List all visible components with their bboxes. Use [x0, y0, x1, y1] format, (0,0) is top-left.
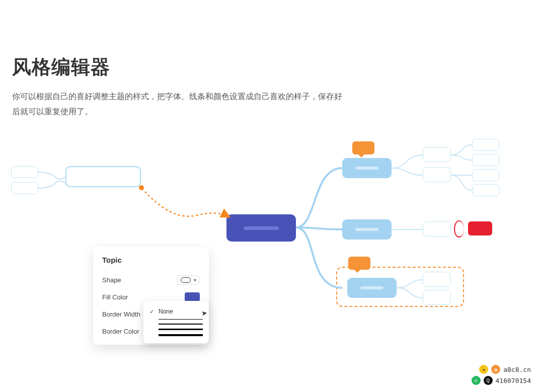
node-branch[interactable]	[342, 158, 392, 178]
callout-icon[interactable]	[352, 141, 374, 154]
page-title: 风格编辑器	[12, 54, 344, 80]
page-description: 你可以根据自己的喜好调整主题的样式，把字体、线条和颜色设置成自己喜欢的样子，保存…	[12, 89, 344, 120]
node-leaf[interactable]	[472, 139, 499, 151]
chevron-down-icon: ▾	[194, 277, 196, 283]
node-leaf[interactable]	[11, 166, 38, 178]
border-width-label: Border Width	[102, 310, 140, 318]
node-leaf[interactable]	[472, 184, 499, 196]
shape-preview-icon	[181, 277, 191, 283]
diagram-canvas[interactable]	[0, 136, 539, 347]
node-leaf[interactable]	[423, 272, 451, 287]
node-leaf[interactable]	[423, 221, 451, 237]
footer-icon: ✿	[491, 365, 500, 374]
border-color-label: Border Color	[102, 328, 139, 335]
footer: ✦ ✿ a8c8.cn ✆ Q 416070154	[472, 365, 531, 385]
node-leaf[interactable]	[11, 182, 38, 194]
node-branch[interactable]	[347, 278, 397, 298]
qq-icon: Q	[484, 376, 493, 385]
node-selected[interactable]	[65, 166, 141, 187]
dropdown-option-none[interactable]: ✓ None	[143, 306, 209, 317]
node-central[interactable]	[226, 214, 296, 242]
node-leaf[interactable]	[423, 167, 451, 182]
callout-icon[interactable]	[348, 257, 370, 270]
fill-color-swatch[interactable]	[185, 292, 200, 301]
node-branch[interactable]	[342, 219, 392, 240]
node-summary[interactable]	[468, 221, 492, 236]
summary-bracket[interactable]	[454, 220, 464, 238]
selection-handle[interactable]	[139, 185, 144, 190]
footer-id: 416070154	[496, 377, 531, 384]
dropdown-option-line[interactable]	[143, 322, 209, 327]
node-leaf[interactable]	[423, 290, 451, 305]
panel-title: Topic	[102, 256, 200, 264]
check-icon: ✓	[149, 308, 155, 315]
node-leaf[interactable]	[472, 154, 499, 166]
border-width-dropdown: ✓ None	[143, 301, 209, 343]
wechat-icon: ✆	[472, 376, 481, 385]
node-leaf[interactable]	[423, 147, 451, 162]
footer-url: a8c8.cn	[503, 366, 531, 373]
shape-label: Shape	[102, 276, 121, 284]
footer-icon: ✦	[479, 365, 488, 374]
dropdown-option-line[interactable]	[143, 332, 209, 338]
dropdown-option-line[interactable]	[143, 317, 209, 322]
node-leaf[interactable]	[472, 169, 499, 181]
shape-select[interactable]: ▾	[177, 275, 200, 285]
cursor-icon: ➤	[201, 308, 208, 318]
dropdown-option-line[interactable]	[143, 327, 209, 332]
dropdown-option-label: None	[159, 308, 173, 315]
fill-color-label: Fill Color	[102, 293, 128, 301]
